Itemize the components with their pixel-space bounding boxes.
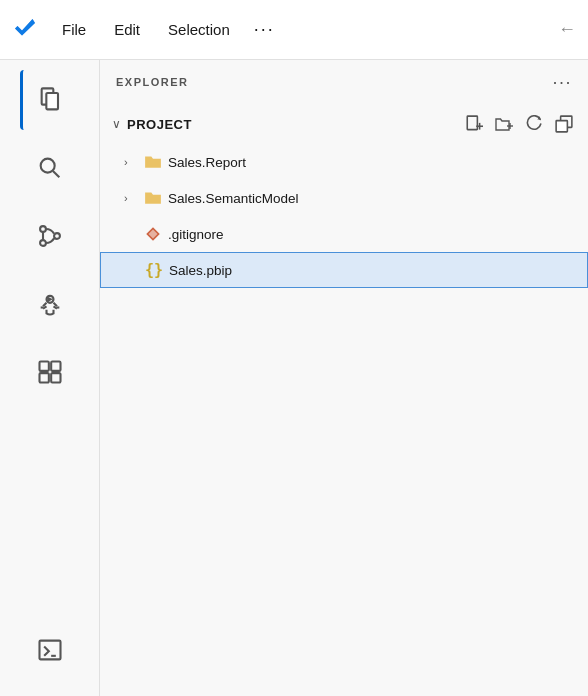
menu-file[interactable]: File [58, 17, 90, 42]
menu-edit[interactable]: Edit [110, 17, 144, 42]
svg-rect-16 [39, 641, 60, 660]
back-button[interactable]: ← [558, 19, 576, 40]
svg-point-5 [40, 240, 46, 246]
svg-line-3 [52, 171, 58, 177]
activity-explorer[interactable] [20, 70, 80, 130]
refresh-button[interactable] [522, 112, 546, 136]
svg-rect-18 [467, 116, 477, 130]
project-header: ∨ PROJECT [100, 104, 588, 144]
chevron-icon: › [124, 192, 138, 204]
activity-bar [0, 60, 100, 696]
collapse-button[interactable] [552, 112, 576, 136]
chevron-icon: › [124, 156, 138, 168]
activity-search[interactable] [20, 138, 80, 198]
svg-rect-13 [51, 362, 60, 371]
svg-marker-11 [48, 298, 50, 300]
tree-item-sales-pbip[interactable]: › {} Sales.pbip [100, 252, 588, 288]
gitignore-icon [144, 225, 162, 243]
file-name-sales-pbip: Sales.pbip [169, 263, 232, 278]
activity-terminal[interactable] [20, 620, 80, 680]
svg-point-2 [40, 159, 54, 173]
file-name-gitignore: .gitignore [168, 227, 224, 242]
menu-selection[interactable]: Selection [164, 17, 234, 42]
activity-source-control[interactable] [20, 206, 80, 266]
folder-icon [144, 153, 162, 171]
svg-rect-15 [51, 373, 60, 382]
svg-rect-14 [39, 373, 48, 382]
explorer-title: EXPLORER [116, 76, 544, 88]
svg-rect-12 [39, 362, 48, 371]
tree-item-sales-report[interactable]: › Sales.Report [100, 144, 588, 180]
explorer-header: EXPLORER ··· [100, 60, 588, 104]
project-label: PROJECT [127, 117, 456, 132]
project-chevron[interactable]: ∨ [112, 117, 121, 131]
activity-run-debug[interactable] [20, 274, 80, 334]
file-name-sales-report: Sales.Report [168, 155, 246, 170]
new-folder-button[interactable] [492, 112, 516, 136]
svg-rect-1 [46, 93, 58, 109]
vscode-logo [12, 16, 40, 44]
project-actions [462, 112, 576, 136]
svg-point-4 [40, 226, 46, 232]
new-file-button[interactable] [462, 112, 486, 136]
titlebar: File Edit Selection ··· ← [0, 0, 588, 60]
json-icon: {} [145, 261, 163, 279]
activity-extensions[interactable] [20, 342, 80, 402]
svg-point-6 [54, 233, 60, 239]
svg-rect-24 [556, 121, 567, 132]
sidebar: EXPLORER ··· ∨ PROJECT [100, 60, 588, 696]
menu-bar: File Edit Selection ··· [58, 17, 540, 42]
main-body: EXPLORER ··· ∨ PROJECT [0, 60, 588, 696]
explorer-more-button[interactable]: ··· [552, 72, 572, 93]
menu-more[interactable]: ··· [254, 19, 275, 40]
folder-icon [144, 189, 162, 207]
file-tree: › Sales.Report › Sales.SemanticModel [100, 144, 588, 696]
file-name-sales-semantic: Sales.SemanticModel [168, 191, 299, 206]
tree-item-sales-semantic[interactable]: › Sales.SemanticModel [100, 180, 588, 216]
tree-item-gitignore[interactable]: › .gitignore [100, 216, 588, 252]
